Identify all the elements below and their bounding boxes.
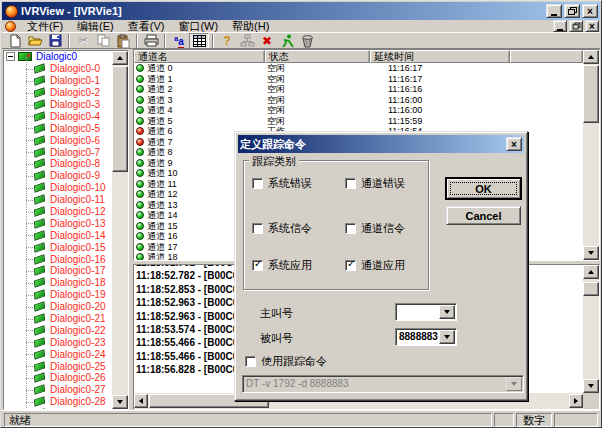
- checkbox-unchecked-icon[interactable]: [252, 178, 263, 189]
- scroll-left-button[interactable]: [134, 394, 148, 408]
- channel-grid-button[interactable]: [189, 33, 209, 49]
- tree-item-dialogic0-21[interactable]: Dialogic0-21: [4, 313, 112, 325]
- tree-item-dialogic0-5[interactable]: Dialogic0-5: [4, 122, 112, 134]
- cut-button[interactable]: ✂: [73, 33, 93, 49]
- tree-item-dialogic0-7[interactable]: Dialogic0-7: [4, 146, 112, 158]
- checkbox-3[interactable]: 系统信令: [252, 221, 312, 236]
- tree-item-dialogic0-24[interactable]: Dialogic0-24: [4, 348, 112, 360]
- tree-item-dialogic0-22[interactable]: Dialogic0-22: [4, 324, 112, 336]
- tree-item-dialogic0-10[interactable]: Dialogic0-10: [4, 182, 112, 194]
- column-header-time[interactable]: 延续时间: [370, 50, 510, 63]
- open-button[interactable]: [25, 33, 45, 49]
- tree-item-dialogic0-3[interactable]: Dialogic0-3: [4, 99, 112, 111]
- channel-row[interactable]: 通道 5空闲11:15:59: [134, 116, 583, 127]
- checkbox-6[interactable]: 通道应用: [345, 258, 405, 273]
- checkbox-4[interactable]: 通道信令: [345, 221, 405, 236]
- tree-item-dialogic0-8[interactable]: Dialogic0-8: [4, 158, 112, 170]
- scroll-up-button[interactable]: [583, 265, 599, 279]
- dialog-close-button[interactable]: ×: [506, 137, 522, 151]
- tree-item-dialogic0-29[interactable]: Dialogic0-29: [4, 408, 112, 409]
- print-button[interactable]: [141, 33, 161, 49]
- checkbox-unchecked-icon[interactable]: [345, 223, 356, 234]
- channel-row[interactable]: 通道 0空闲11:16:17: [134, 63, 583, 74]
- checkbox-checked-icon[interactable]: [345, 260, 356, 271]
- tree-item-dialogic0-12[interactable]: Dialogic0-12: [4, 206, 112, 218]
- dropdown-button[interactable]: [439, 330, 455, 344]
- tree-item-dialogic0-27[interactable]: Dialogic0-27: [4, 384, 112, 396]
- tree-item-dialogic0-19[interactable]: Dialogic0-19: [4, 289, 112, 301]
- tree-root-dialogic0[interactable]: Dialogic0: [4, 51, 112, 63]
- list-vscrollbar[interactable]: [583, 50, 599, 260]
- scroll-down-button[interactable]: [583, 379, 599, 393]
- checkbox-2[interactable]: 通道错误: [345, 176, 405, 191]
- checkbox-unchecked-icon[interactable]: [252, 223, 263, 234]
- tree-item-dialogic0-11[interactable]: Dialogic0-11: [4, 194, 112, 206]
- tree-item-dialogic0-1[interactable]: Dialogic0-1: [4, 75, 112, 87]
- scroll-up-button[interactable]: [583, 50, 599, 64]
- menu-help[interactable]: 帮助(H): [225, 20, 276, 32]
- callee-number-combo[interactable]: 8888883: [395, 328, 457, 346]
- tree-item-dialogic0-13[interactable]: Dialogic0-13: [4, 217, 112, 229]
- log-vscrollbar[interactable]: [583, 265, 599, 393]
- tree-item-dialogic0-9[interactable]: Dialogic0-9: [4, 170, 112, 182]
- mdi-close-button[interactable]: ×: [585, 20, 599, 32]
- mdi-restore-button[interactable]: [569, 20, 583, 32]
- tree-item-dialogic0-14[interactable]: Dialogic0-14: [4, 229, 112, 241]
- tree-item-dialogic0-18[interactable]: Dialogic0-18: [4, 277, 112, 289]
- tree-item-dialogic0-17[interactable]: Dialogic0-17: [4, 265, 112, 277]
- tree-item-dialogic0-2[interactable]: Dialogic0-2: [4, 87, 112, 99]
- dialog-title-bar[interactable]: 定义跟踪命令 ×: [238, 135, 524, 153]
- tree-vscrollbar[interactable]: [112, 51, 128, 409]
- tree-item-dialogic0-26[interactable]: Dialogic0-26: [4, 372, 112, 384]
- column-header-status[interactable]: 状态: [265, 50, 370, 63]
- checkbox-5[interactable]: 系统应用: [252, 258, 312, 273]
- channel-row[interactable]: 通道 1空闲11:16:17: [134, 74, 583, 85]
- checkbox-box[interactable]: [245, 356, 256, 367]
- scroll-right-button[interactable]: [569, 394, 583, 408]
- ok-button[interactable]: OK: [446, 178, 521, 199]
- channel-row[interactable]: 通道 4空闲11:16:00: [134, 105, 583, 116]
- stop-button[interactable]: ✖: [257, 33, 277, 49]
- menu-file[interactable]: 文件(F): [20, 20, 70, 32]
- menu-window[interactable]: 窗口(W): [171, 20, 225, 32]
- font-size-button[interactable]: aa: [169, 33, 189, 49]
- new-button[interactable]: [5, 33, 25, 49]
- cancel-button[interactable]: Cancel: [446, 206, 521, 225]
- column-header-name[interactable]: 通道名: [134, 50, 265, 63]
- restore-button[interactable]: [564, 4, 580, 18]
- scroll-down-button[interactable]: [112, 395, 128, 409]
- tree-item-dialogic0-16[interactable]: Dialogic0-16: [4, 253, 112, 265]
- tree-item-dialogic0-28[interactable]: Dialogic0-28: [4, 396, 112, 408]
- help-button[interactable]: ?: [217, 33, 237, 49]
- scroll-thumb[interactable]: [583, 282, 599, 296]
- mdi-child-icon[interactable]: [5, 21, 16, 32]
- tree-item-dialogic0-0[interactable]: Dialogic0-0: [4, 63, 112, 75]
- checkbox-checked-icon[interactable]: [252, 260, 263, 271]
- paste-button[interactable]: [113, 33, 133, 49]
- run-button[interactable]: [277, 33, 297, 49]
- caller-number-combo[interactable]: [395, 303, 457, 321]
- menu-view[interactable]: 查看(V): [121, 20, 172, 32]
- channel-row[interactable]: 通道 3空闲11:16:00: [134, 95, 583, 106]
- tree-item-dialogic0-4[interactable]: Dialogic0-4: [4, 110, 112, 122]
- dropdown-button[interactable]: [439, 305, 455, 319]
- tree-item-dialogic0-25[interactable]: Dialogic0-25: [4, 360, 112, 372]
- scroll-up-button[interactable]: [112, 51, 128, 65]
- minimize-button[interactable]: [546, 4, 562, 18]
- collapse-icon[interactable]: [6, 52, 15, 61]
- menu-edit[interactable]: 编辑(E): [70, 20, 121, 32]
- tree-item-dialogic0-23[interactable]: Dialogic0-23: [4, 336, 112, 348]
- close-button[interactable]: ×: [582, 4, 598, 18]
- mdi-minimize-button[interactable]: [553, 20, 567, 32]
- tree-item-dialogic0-15[interactable]: Dialogic0-15: [4, 241, 112, 253]
- clear-button[interactable]: [297, 33, 317, 49]
- tree-item-dialogic0-20[interactable]: Dialogic0-20: [4, 301, 112, 313]
- scroll-down-button[interactable]: [583, 246, 599, 260]
- caller-number-value[interactable]: [396, 304, 438, 320]
- save-button[interactable]: [45, 33, 65, 49]
- channel-row[interactable]: 通道 2空闲11:16:16: [134, 84, 583, 95]
- tree-item-dialogic0-6[interactable]: Dialogic0-6: [4, 134, 112, 146]
- checkbox-unchecked-icon[interactable]: [345, 178, 356, 189]
- checkbox-1[interactable]: 系统错误: [252, 176, 312, 191]
- network-button[interactable]: [237, 33, 257, 49]
